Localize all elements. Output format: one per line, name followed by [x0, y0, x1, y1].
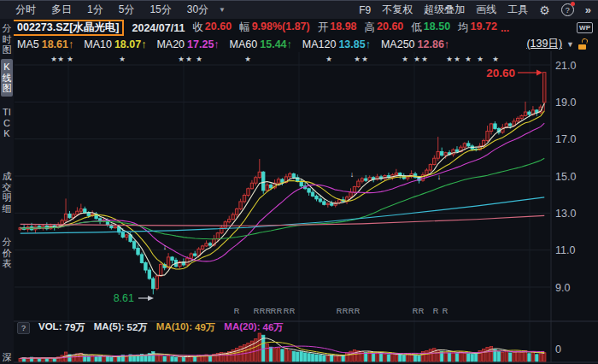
ma5-readout[interactable]: MA518.61↑ — [17, 38, 73, 50]
vol-value: 52万 — [127, 321, 148, 334]
field-open: 开18.98 — [318, 21, 357, 35]
ma20-readout[interactable]: MA2017.25↑ — [156, 38, 219, 50]
r-event-marker: R — [419, 307, 425, 315]
tab-duori[interactable]: 多日 — [51, 3, 72, 17]
r-event-marker: R — [277, 307, 283, 315]
ma-label: MA60 — [230, 38, 258, 50]
r-event-marker: R — [433, 307, 439, 315]
low-price-label: 8.61 — [114, 292, 134, 304]
sidebar-item-tick[interactable]: TICK — [1, 107, 13, 139]
event-star-icon: ★ — [244, 55, 251, 63]
stock-code-box[interactable]: 002273.SZ[水晶光电] — [12, 20, 124, 36]
notification-dot — [571, 2, 575, 6]
vol-ma10-readout: MA(10):49万 — [156, 321, 215, 334]
gear-icon[interactable]: ⚙ — [539, 4, 550, 16]
r-event-marker: R — [343, 307, 349, 315]
r-event-marker: R — [337, 307, 343, 315]
event-star-icon: ★ — [413, 55, 420, 63]
indicator-help-icon[interactable]: ? — [17, 322, 30, 334]
tab-15min[interactable]: 15分 — [150, 3, 171, 17]
field-low: 低18.50 — [411, 21, 450, 35]
field-close: 收20.60 — [192, 21, 232, 35]
sidebar-item-klinetu[interactable]: K线图 — [1, 59, 13, 97]
vol-value: 79万 — [64, 321, 85, 334]
ma-label: MA250 — [381, 38, 415, 50]
ma-label: MA5 — [17, 38, 39, 50]
r-event-marker: R — [284, 307, 290, 315]
vol-ma20-readout: MA(20):46万 — [224, 321, 283, 334]
signal-down-arrow-icon: ↓ — [437, 173, 442, 181]
field-change: 幅9.98%(1.87) — [239, 21, 310, 35]
info-bar: 002273.SZ[水晶光电] 2024/07/11 收20.60 幅9.98%… — [12, 19, 595, 37]
vol-label: MA(5): — [94, 321, 125, 334]
wp-badge-icon[interactable]: WP — [577, 22, 593, 33]
sidebar-item-chengjiaomingxi[interactable]: 成交明细 — [1, 171, 13, 214]
event-star-icon: ★ — [477, 55, 484, 63]
up-arrow-icon: ↑ — [214, 38, 219, 50]
event-star-icon: ★ — [67, 55, 73, 63]
event-star-icon: ★ — [465, 55, 472, 63]
trading-app-window: 21.019.017.015.013.011.09.0★★★★★★★★★★★★★… — [0, 0, 598, 364]
field-value: 18.98 — [330, 21, 356, 35]
event-star-icon: ★ — [119, 55, 126, 63]
vol-ma5-readout: MA(5):52万 — [94, 321, 148, 334]
ma-value: 18.61 — [42, 38, 68, 50]
low-arrow-icon — [148, 296, 154, 301]
adjust-mode-button[interactable]: 不复权 — [382, 3, 413, 17]
up-arrow-icon: ↑ — [68, 38, 73, 50]
ma60-line — [21, 158, 545, 239]
super-overlay-button[interactable]: 超级叠加 — [424, 3, 465, 17]
sidebar-item-fenjiabiao[interactable]: 分价表 — [1, 237, 13, 269]
period-caret-icon[interactable]: ▼ — [566, 40, 574, 49]
trade-date: 2024/07/11 — [132, 22, 185, 34]
visible-period-link[interactable]: (139日) — [526, 37, 562, 51]
toolbar-actions: F9 不复权 超级叠加 画线 工具 ⚙ ? » — [359, 3, 591, 17]
y-axis-label: 21.0 — [555, 60, 576, 72]
tab-5min[interactable]: 5分 — [119, 3, 135, 17]
event-star-icon: ★ — [50, 55, 57, 63]
vol-label: MA(20): — [224, 321, 260, 334]
unlock-icon[interactable] — [578, 38, 588, 50]
event-star-icon: ★ — [185, 55, 192, 63]
r-event-marker: R — [234, 307, 240, 315]
ma60-readout[interactable]: MA6015.44↑ — [230, 38, 292, 50]
tab-30min[interactable]: 30分 — [187, 3, 208, 17]
y-axis-label: 11.0 — [555, 244, 575, 256]
truncation-ellipsis: ... — [501, 22, 509, 34]
ma-indicator-bar: MA518.61↑ MA1018.07↑ MA2017.25↑ MA6015.4… — [17, 37, 595, 51]
event-star-icon: ★ — [325, 55, 332, 63]
sidebar-item-fenshitu[interactable]: 分时图 — [1, 23, 13, 56]
tools-button[interactable]: 工具 — [507, 3, 528, 17]
ma-value: 13.85 — [338, 38, 365, 50]
event-star-icon: ★ — [178, 55, 185, 63]
y-axis-label: 9.0 — [555, 282, 570, 294]
event-star-icon: ★ — [446, 55, 453, 63]
more-chevron-icon[interactable]: » — [585, 3, 591, 16]
volume-header-bar: ? VOL:79万 MA(5):52万 MA(10):49万 MA(20):46… — [17, 322, 284, 333]
help-icon[interactable]: ? — [561, 3, 574, 16]
sidebar-item-shen[interactable]: 深 — [1, 352, 13, 363]
r-event-marker: R — [349, 307, 355, 315]
event-star-icon: ★ — [354, 55, 361, 63]
field-avg: 均19.72 — [458, 21, 497, 35]
ma120-readout[interactable]: MA12013.85↑ — [302, 38, 371, 50]
kline-chart[interactable]: 21.019.017.015.013.011.09.0★★★★★★★★★★★★★… — [0, 1, 598, 364]
chart-canvas: 21.019.017.015.013.011.09.0★★★★★★★★★★★★★… — [0, 1, 598, 364]
r-event-marker: R — [290, 307, 296, 315]
ma-value: 12.86 — [418, 38, 444, 50]
ma-label: MA120 — [302, 38, 337, 50]
ma10-readout[interactable]: MA1018.07↑ — [84, 38, 146, 50]
tab-fenshi[interactable]: 分时 — [15, 3, 36, 17]
event-star-icon: ★ — [57, 55, 64, 63]
f9-button[interactable]: F9 — [359, 4, 371, 16]
field-label: 低 — [411, 21, 422, 35]
ma250-readout[interactable]: MA25012.86↑ — [381, 38, 449, 50]
signal-down-arrow-icon: ↓ — [350, 170, 355, 179]
field-value: 20.60 — [205, 21, 232, 35]
event-star-icon: ★ — [361, 55, 368, 63]
tab-1min[interactable]: 1分 — [87, 3, 103, 17]
left-sidebar: 分时图 K线图 TICK 成交明细 分价表 深 — [0, 19, 14, 364]
ma-label: MA10 — [84, 38, 112, 50]
period-dropdown-icon[interactable]: ▼ — [219, 6, 226, 14]
draw-line-button[interactable]: 画线 — [476, 3, 496, 17]
